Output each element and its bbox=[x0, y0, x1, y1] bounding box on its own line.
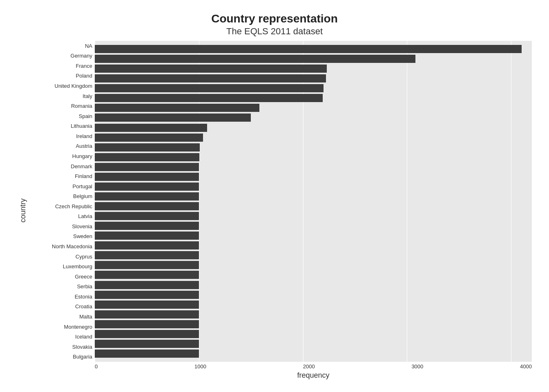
y-label: Luxembourg bbox=[63, 264, 92, 269]
bar-row bbox=[95, 153, 532, 162]
chart-container: Country representation The EQLS 2011 dat… bbox=[13, 8, 536, 384]
bar-row bbox=[95, 123, 532, 132]
bars-and-axes: NAGermanyFrancePolandUnited KingdomItaly… bbox=[29, 41, 532, 362]
plot-section: NAGermanyFrancePolandUnited KingdomItaly… bbox=[29, 41, 532, 380]
bar-row bbox=[95, 330, 532, 339]
bar bbox=[95, 271, 199, 279]
bar-row bbox=[95, 133, 532, 142]
y-label: Serbia bbox=[77, 284, 92, 289]
bar-row bbox=[95, 202, 532, 211]
x-tick: 1000 bbox=[194, 363, 206, 370]
bar-row bbox=[95, 143, 532, 152]
y-label: United Kingdom bbox=[55, 83, 93, 89]
y-label: Romania bbox=[71, 103, 92, 109]
bar-row bbox=[95, 163, 532, 172]
bar-row bbox=[95, 261, 532, 270]
y-label: Hungary bbox=[72, 154, 92, 159]
bar bbox=[95, 94, 323, 102]
bar bbox=[95, 114, 251, 122]
y-label: Cyprus bbox=[76, 254, 92, 259]
bar-row bbox=[95, 300, 532, 309]
x-axis-label-row: frequency bbox=[95, 371, 532, 380]
y-label: Bulgaria bbox=[73, 354, 92, 359]
bar-row bbox=[95, 113, 532, 122]
bar bbox=[95, 232, 199, 240]
bars-panel bbox=[95, 41, 532, 362]
chart-title: Country representation bbox=[211, 12, 338, 25]
bar bbox=[95, 124, 207, 132]
bar-row bbox=[95, 84, 532, 93]
x-tick: 2000 bbox=[303, 363, 315, 370]
bar bbox=[95, 55, 415, 63]
y-label: NA bbox=[85, 43, 92, 49]
bar-row bbox=[95, 182, 532, 191]
y-label: Finland bbox=[75, 174, 92, 179]
y-label: Poland bbox=[76, 73, 92, 78]
bar bbox=[95, 134, 203, 142]
bar-row bbox=[95, 94, 532, 102]
x-axis-label: frequency bbox=[297, 371, 329, 380]
y-label: Germany bbox=[71, 53, 92, 58]
bar-row bbox=[95, 64, 532, 73]
y-label: North Macedonia bbox=[52, 244, 92, 249]
bar bbox=[95, 222, 199, 230]
y-label: Denmark bbox=[71, 164, 92, 169]
bar-row bbox=[95, 270, 532, 279]
bar-row bbox=[95, 310, 532, 319]
y-label: Belgium bbox=[73, 194, 92, 199]
bar bbox=[95, 163, 199, 171]
y-label: Lithuania bbox=[71, 123, 92, 129]
bar-row bbox=[95, 212, 532, 220]
chart-area: country NAGermanyFrancePolandUnited King… bbox=[13, 41, 536, 384]
bar bbox=[95, 143, 200, 151]
bar bbox=[95, 192, 199, 200]
bar bbox=[95, 84, 324, 92]
chart-subtitle: The EQLS 2011 dataset bbox=[226, 26, 323, 37]
y-label: Slovenia bbox=[72, 224, 92, 229]
y-axis-label: country bbox=[19, 198, 28, 222]
y-label: Czech Republic bbox=[55, 204, 92, 209]
bar-row bbox=[95, 241, 532, 250]
bar-row bbox=[95, 54, 532, 63]
bar bbox=[95, 202, 199, 210]
y-label: Croatia bbox=[75, 304, 92, 309]
y-label: Portugal bbox=[73, 184, 92, 189]
bar bbox=[95, 291, 199, 299]
y-label: Latvia bbox=[78, 214, 92, 219]
bar bbox=[95, 350, 199, 358]
bar-row bbox=[95, 281, 532, 290]
y-label: Montenegro bbox=[64, 324, 92, 330]
bar-row bbox=[95, 251, 532, 260]
bar-row bbox=[95, 290, 532, 299]
bar bbox=[95, 173, 199, 181]
bar-row bbox=[95, 339, 532, 348]
bar-row bbox=[95, 45, 532, 53]
bar bbox=[95, 261, 199, 269]
bar bbox=[95, 153, 199, 161]
x-ticks: 01000200030004000 bbox=[95, 363, 532, 370]
y-label: France bbox=[76, 63, 92, 69]
x-tick: 3000 bbox=[411, 363, 423, 370]
bar bbox=[95, 183, 199, 191]
bar bbox=[95, 45, 522, 53]
bar-row bbox=[95, 320, 532, 329]
bar bbox=[95, 251, 199, 259]
y-label: Slovakia bbox=[72, 344, 92, 350]
bar bbox=[95, 330, 199, 338]
y-label: Malta bbox=[79, 314, 92, 319]
y-labels: NAGermanyFrancePolandUnited KingdomItaly… bbox=[29, 41, 95, 362]
bar-row bbox=[95, 192, 532, 201]
y-label: Sweden bbox=[73, 234, 92, 239]
y-label: Spain bbox=[79, 114, 92, 119]
bar-row bbox=[95, 349, 532, 358]
x-tick: 0 bbox=[95, 363, 98, 370]
bar-row bbox=[95, 74, 532, 83]
y-label: Austria bbox=[76, 143, 92, 149]
bar bbox=[95, 301, 199, 309]
bar bbox=[95, 320, 199, 328]
y-axis-label-container: country bbox=[17, 41, 29, 380]
bar bbox=[95, 74, 326, 82]
y-label: Italy bbox=[83, 94, 92, 99]
x-axis-area: 01000200030004000 bbox=[95, 362, 532, 370]
bar-row bbox=[95, 103, 532, 112]
